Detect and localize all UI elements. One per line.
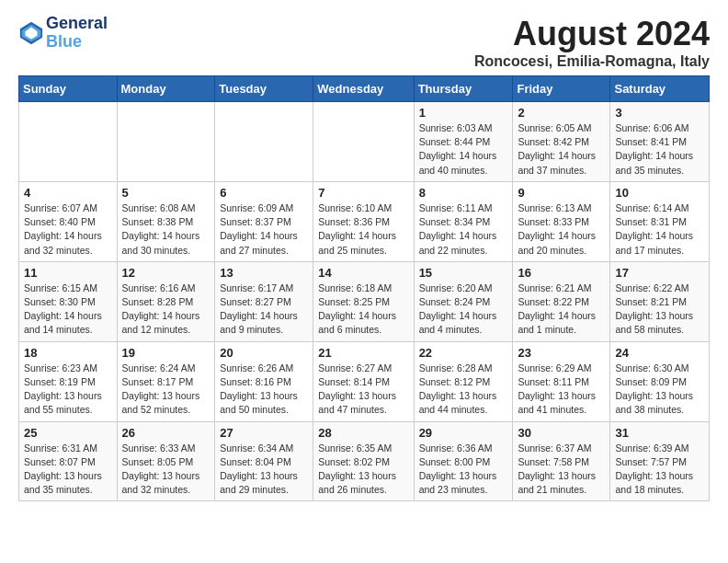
day-number: 25 — [24, 426, 112, 440]
day-number: 22 — [419, 346, 508, 360]
day-number: 15 — [419, 266, 508, 280]
page: General Blue August 2024 Roncocesi, Emil… — [0, 0, 728, 511]
day-cell: 24Sunrise: 6:30 AM Sunset: 8:09 PM Dayli… — [610, 341, 710, 421]
day-info: Sunrise: 6:28 AM Sunset: 8:12 PM Dayligh… — [419, 362, 508, 418]
day-info: Sunrise: 6:08 AM Sunset: 8:38 PM Dayligh… — [122, 201, 210, 258]
weekday-sunday: Sunday — [19, 76, 118, 102]
day-info: Sunrise: 6:03 AM Sunset: 8:44 PM Dayligh… — [419, 121, 508, 178]
day-cell: 4Sunrise: 6:07 AM Sunset: 8:40 PM Daylig… — [19, 181, 118, 261]
day-cell: 7Sunrise: 6:10 AM Sunset: 8:36 PM Daylig… — [313, 181, 414, 261]
day-cell: 25Sunrise: 6:31 AM Sunset: 8:07 PM Dayli… — [19, 421, 118, 501]
day-number: 28 — [318, 426, 408, 440]
day-number: 21 — [318, 346, 408, 360]
calendar-table: SundayMondayTuesdayWednesdayThursdayFrid… — [18, 75, 710, 501]
day-info: Sunrise: 6:33 AM Sunset: 8:05 PM Dayligh… — [122, 442, 210, 498]
day-info: Sunrise: 6:39 AM Sunset: 7:57 PM Dayligh… — [615, 442, 704, 498]
day-cell: 6Sunrise: 6:09 AM Sunset: 8:37 PM Daylig… — [215, 181, 313, 261]
logo-icon — [18, 20, 44, 46]
day-info: Sunrise: 6:21 AM Sunset: 8:22 PM Dayligh… — [518, 282, 605, 338]
day-info: Sunrise: 6:06 AM Sunset: 8:41 PM Dayligh… — [615, 121, 704, 178]
day-info: Sunrise: 6:16 AM Sunset: 8:28 PM Dayligh… — [122, 282, 210, 338]
week-row-4: 18Sunrise: 6:23 AM Sunset: 8:19 PM Dayli… — [19, 341, 710, 421]
day-cell: 13Sunrise: 6:17 AM Sunset: 8:27 PM Dayli… — [215, 261, 313, 341]
title-block: August 2024 Roncocesi, Emilia-Romagna, I… — [474, 15, 710, 70]
day-info: Sunrise: 6:20 AM Sunset: 8:24 PM Dayligh… — [419, 282, 508, 338]
day-cell: 9Sunrise: 6:13 AM Sunset: 8:33 PM Daylig… — [513, 181, 610, 261]
day-number: 4 — [24, 186, 112, 200]
day-cell: 27Sunrise: 6:34 AM Sunset: 8:04 PM Dayli… — [215, 421, 313, 501]
day-info: Sunrise: 6:27 AM Sunset: 8:14 PM Dayligh… — [318, 362, 408, 418]
day-info: Sunrise: 6:35 AM Sunset: 8:02 PM Dayligh… — [318, 442, 408, 498]
day-info: Sunrise: 6:18 AM Sunset: 8:25 PM Dayligh… — [318, 282, 408, 338]
day-number: 30 — [518, 426, 605, 440]
day-info: Sunrise: 6:24 AM Sunset: 8:17 PM Dayligh… — [122, 362, 210, 418]
day-info: Sunrise: 6:23 AM Sunset: 8:19 PM Dayligh… — [24, 362, 112, 418]
weekday-friday: Friday — [513, 76, 610, 102]
main-title: August 2024 — [474, 15, 710, 53]
day-number: 29 — [419, 426, 508, 440]
day-cell: 20Sunrise: 6:26 AM Sunset: 8:16 PM Dayli… — [215, 341, 313, 421]
day-cell: 1Sunrise: 6:03 AM Sunset: 8:44 PM Daylig… — [414, 102, 513, 182]
day-cell: 21Sunrise: 6:27 AM Sunset: 8:14 PM Dayli… — [313, 341, 414, 421]
day-number: 23 — [518, 346, 605, 360]
header: General Blue August 2024 Roncocesi, Emil… — [18, 15, 710, 70]
day-info: Sunrise: 6:05 AM Sunset: 8:42 PM Dayligh… — [518, 121, 605, 178]
subtitle: Roncocesi, Emilia-Romagna, Italy — [474, 53, 710, 70]
day-cell: 16Sunrise: 6:21 AM Sunset: 8:22 PM Dayli… — [513, 261, 610, 341]
day-number: 7 — [318, 186, 408, 200]
day-number: 3 — [615, 106, 704, 120]
day-cell: 15Sunrise: 6:20 AM Sunset: 8:24 PM Dayli… — [414, 261, 513, 341]
day-cell: 14Sunrise: 6:18 AM Sunset: 8:25 PM Dayli… — [313, 261, 414, 341]
day-info: Sunrise: 6:36 AM Sunset: 8:00 PM Dayligh… — [419, 442, 508, 498]
day-number: 18 — [24, 346, 112, 360]
day-cell: 12Sunrise: 6:16 AM Sunset: 8:28 PM Dayli… — [117, 261, 215, 341]
day-number: 13 — [220, 266, 308, 280]
day-number: 27 — [220, 426, 308, 440]
day-cell: 5Sunrise: 6:08 AM Sunset: 8:38 PM Daylig… — [117, 181, 215, 261]
day-info: Sunrise: 6:29 AM Sunset: 8:11 PM Dayligh… — [518, 362, 605, 418]
week-row-3: 11Sunrise: 6:15 AM Sunset: 8:30 PM Dayli… — [19, 261, 710, 341]
day-info: Sunrise: 6:30 AM Sunset: 8:09 PM Dayligh… — [615, 362, 704, 418]
day-cell: 3Sunrise: 6:06 AM Sunset: 8:41 PM Daylig… — [610, 102, 710, 182]
day-cell — [215, 102, 313, 182]
day-info: Sunrise: 6:13 AM Sunset: 8:33 PM Dayligh… — [518, 201, 605, 258]
week-row-2: 4Sunrise: 6:07 AM Sunset: 8:40 PM Daylig… — [19, 181, 710, 261]
day-number: 17 — [615, 266, 704, 280]
day-cell: 29Sunrise: 6:36 AM Sunset: 8:00 PM Dayli… — [414, 421, 513, 501]
day-number: 2 — [518, 106, 605, 120]
day-info: Sunrise: 6:14 AM Sunset: 8:31 PM Dayligh… — [615, 201, 704, 258]
day-cell: 18Sunrise: 6:23 AM Sunset: 8:19 PM Dayli… — [19, 341, 118, 421]
day-info: Sunrise: 6:10 AM Sunset: 8:36 PM Dayligh… — [318, 201, 408, 258]
day-info: Sunrise: 6:15 AM Sunset: 8:30 PM Dayligh… — [24, 282, 112, 338]
day-number: 19 — [122, 346, 210, 360]
day-number: 8 — [419, 186, 508, 200]
day-cell: 31Sunrise: 6:39 AM Sunset: 7:57 PM Dayli… — [610, 421, 710, 501]
day-cell: 17Sunrise: 6:22 AM Sunset: 8:21 PM Dayli… — [610, 261, 710, 341]
weekday-saturday: Saturday — [610, 76, 710, 102]
day-number: 11 — [24, 266, 112, 280]
day-cell: 11Sunrise: 6:15 AM Sunset: 8:30 PM Dayli… — [19, 261, 118, 341]
day-cell: 30Sunrise: 6:37 AM Sunset: 7:58 PM Dayli… — [513, 421, 610, 501]
day-cell: 10Sunrise: 6:14 AM Sunset: 8:31 PM Dayli… — [610, 181, 710, 261]
day-cell: 19Sunrise: 6:24 AM Sunset: 8:17 PM Dayli… — [117, 341, 215, 421]
day-number: 24 — [615, 346, 704, 360]
day-cell: 8Sunrise: 6:11 AM Sunset: 8:34 PM Daylig… — [414, 181, 513, 261]
weekday-wednesday: Wednesday — [313, 76, 414, 102]
day-number: 5 — [122, 186, 210, 200]
day-cell: 22Sunrise: 6:28 AM Sunset: 8:12 PM Dayli… — [414, 341, 513, 421]
day-cell — [19, 102, 118, 182]
day-info: Sunrise: 6:37 AM Sunset: 7:58 PM Dayligh… — [518, 442, 605, 498]
day-number: 6 — [220, 186, 308, 200]
week-row-1: 1Sunrise: 6:03 AM Sunset: 8:44 PM Daylig… — [19, 102, 710, 182]
day-info: Sunrise: 6:09 AM Sunset: 8:37 PM Dayligh… — [220, 201, 308, 258]
day-cell: 28Sunrise: 6:35 AM Sunset: 8:02 PM Dayli… — [313, 421, 414, 501]
day-cell: 23Sunrise: 6:29 AM Sunset: 8:11 PM Dayli… — [513, 341, 610, 421]
day-number: 16 — [518, 266, 605, 280]
weekday-tuesday: Tuesday — [215, 76, 313, 102]
day-info: Sunrise: 6:22 AM Sunset: 8:21 PM Dayligh… — [615, 282, 704, 338]
day-number: 20 — [220, 346, 308, 360]
day-info: Sunrise: 6:11 AM Sunset: 8:34 PM Dayligh… — [419, 201, 508, 258]
day-cell — [313, 102, 414, 182]
day-info: Sunrise: 6:17 AM Sunset: 8:27 PM Dayligh… — [220, 282, 308, 338]
logo-text: General Blue — [46, 15, 108, 52]
